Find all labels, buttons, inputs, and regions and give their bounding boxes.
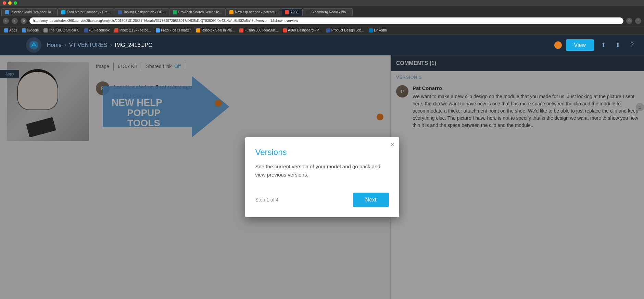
- bookmark-label: LinkedIn: [374, 28, 387, 32]
- modal-close-button[interactable]: ×: [391, 141, 394, 148]
- minimize-window-button[interactable]: [8, 1, 12, 5]
- next-button[interactable]: Next: [353, 193, 389, 207]
- main-content: NEW HELP POPUP TOOLS Image: [0, 55, 644, 299]
- breadcrumb-home[interactable]: Home: [47, 42, 62, 48]
- bookmark-icon: [156, 28, 160, 32]
- tab-favicon: [306, 10, 310, 14]
- browser-chrome: [0, 0, 644, 6]
- bookmark-igoogle[interactable]: iGoogle: [20, 28, 41, 33]
- bookmark-fusion360[interactable]: Fusion 360 IdeaStat...: [237, 28, 280, 33]
- bookmark-label: A360 Dashboard - P...: [288, 28, 321, 32]
- bookmarks-bar: Apps iGoogle The KBCO Studio C (3) Faceb…: [0, 26, 644, 35]
- bookmark-a360-dashboard[interactable]: A360 Dashboard - P...: [281, 28, 324, 33]
- bookmark-icon: [84, 28, 88, 32]
- download-button[interactable]: ⬇: [613, 40, 623, 50]
- tab-a360[interactable]: A360: [281, 8, 302, 16]
- bookmark-label: Robotek Seal In Pla...: [201, 28, 235, 32]
- tab-bloomberg[interactable]: Bloomberg Radio - Blo...: [302, 8, 353, 16]
- bookmark-linkedin[interactable]: LinkedIn: [367, 28, 389, 33]
- bookmark-icon: [114, 28, 118, 32]
- bookmark-prezi[interactable]: Prezi - Ideas matter.: [154, 28, 193, 33]
- close-window-button[interactable]: [3, 1, 6, 5]
- settings-button[interactable]: ⋮: [635, 18, 641, 24]
- bookmark-label: The KBCO Studio C: [49, 28, 79, 32]
- tab-favicon: [118, 10, 122, 14]
- bookmark-label: (3) Facebook: [89, 28, 110, 32]
- svg-point-0: [29, 41, 38, 50]
- bookmark-apps[interactable]: Apps: [2, 28, 19, 33]
- bookmark-icon: [43, 28, 48, 32]
- tab-tooling-designer[interactable]: Tooling Designer job - OD...: [114, 8, 169, 16]
- tab-label: A360: [290, 10, 298, 14]
- autodesk-logo[interactable]: [26, 37, 41, 53]
- breadcrumb-file: IMG_2416.JPG: [115, 42, 152, 48]
- step-indicator: Step 1 of 4: [255, 197, 279, 203]
- help-button[interactable]: ?: [627, 40, 637, 50]
- breadcrumb-separator-2: ›: [110, 41, 112, 49]
- breadcrumb-project[interactable]: VT VENTURES: [69, 42, 108, 48]
- versions-modal: × Versions See the current version of yo…: [245, 137, 399, 217]
- tab-injection-mold[interactable]: Injection Mold Designer Jo...: [1, 8, 58, 16]
- bookmark-label: Product Design Job...: [331, 28, 364, 32]
- tab-favicon: [5, 10, 9, 14]
- bookmark-label: Apps: [9, 28, 17, 32]
- bookmark-product-design[interactable]: Product Design Job...: [324, 28, 366, 33]
- tab-favicon: [173, 10, 177, 14]
- back-button[interactable]: ‹: [3, 18, 9, 24]
- tab-new-clip[interactable]: New clip needed - patcom...: [226, 8, 281, 16]
- breadcrumb: Home › VT VENTURES › IMG_2416.JPG: [47, 41, 153, 49]
- modal-overlay[interactable]: × Versions See the current version of yo…: [0, 55, 644, 299]
- nav-right: View ⬆ ⬇ ?: [554, 39, 637, 51]
- bookmark-icon: [22, 28, 26, 32]
- fullscreen-window-button[interactable]: [14, 1, 17, 5]
- tab-ford-motor[interactable]: Ford Motor Company - Em...: [58, 8, 114, 16]
- modal-title: Versions: [255, 147, 389, 157]
- view-button[interactable]: View: [566, 39, 594, 51]
- bookmark-label: iGoogle: [27, 28, 39, 32]
- bookmark-icon: [326, 28, 330, 32]
- app-area: Apps Home › VT VENTURES › IMG_2416.JPG V…: [0, 35, 644, 299]
- top-nav: Apps Home › VT VENTURES › IMG_2416.JPG V…: [0, 35, 644, 55]
- tab-label: Pro-Tech Search Senior Te...: [178, 10, 222, 14]
- bookmark-label: Inbox (119) - patco...: [119, 28, 151, 32]
- tab-protech-search[interactable]: Pro-Tech Search Senior Te...: [169, 8, 226, 16]
- bookmark-robotek[interactable]: Robotek Seal In Pla...: [194, 28, 237, 33]
- tab-favicon: [229, 10, 233, 14]
- tab-label: Bloomberg Radio - Blo...: [312, 10, 349, 14]
- bookmark-icon: [4, 28, 8, 32]
- share-button[interactable]: ⬆: [598, 40, 608, 50]
- bookmark-label: Fusion 360 IdeaStat...: [244, 28, 278, 32]
- url-text: https://myhub.autodesk360.com/ue29ceaac/…: [33, 19, 298, 23]
- tab-label: Injection Mold Designer Jo...: [11, 10, 54, 14]
- bookmark-label: Prezi - Ideas matter.: [161, 28, 191, 32]
- bookmark-kbco[interactable]: The KBCO Studio C: [41, 28, 81, 33]
- refresh-button[interactable]: ↻: [21, 18, 27, 24]
- bookmark-icon: [239, 28, 243, 32]
- tab-label: New clip needed - patcom...: [235, 10, 277, 14]
- bookmark-inbox[interactable]: Inbox (119) - patco...: [112, 28, 153, 33]
- address-bar: ‹ › ↻ https://myhub.autodesk360.com/ue29…: [0, 16, 644, 26]
- breadcrumb-separator-1: ›: [64, 41, 66, 49]
- modal-body: See the current version of your model an…: [255, 162, 389, 179]
- tab-favicon: [285, 10, 289, 14]
- url-bar[interactable]: https://myhub.autodesk360.com/ue29ceaac/…: [29, 17, 623, 24]
- bookmark-star[interactable]: ☆: [626, 18, 632, 24]
- bookmark-icon: [196, 28, 200, 32]
- tab-label: Tooling Designer job - OD...: [123, 10, 165, 14]
- autodesk-logo-icon: [29, 40, 39, 50]
- bookmark-facebook[interactable]: (3) Facebook: [82, 28, 112, 33]
- bookmark-icon: [369, 28, 373, 32]
- user-notification-dot: [554, 41, 562, 49]
- modal-footer: Step 1 of 4 Next: [255, 193, 389, 207]
- tab-favicon: [61, 10, 65, 14]
- forward-button[interactable]: ›: [12, 18, 18, 24]
- tab-bar: Injection Mold Designer Jo... Ford Motor…: [0, 6, 644, 16]
- tab-label: Ford Motor Company - Em...: [67, 10, 110, 14]
- bookmark-icon: [283, 28, 287, 32]
